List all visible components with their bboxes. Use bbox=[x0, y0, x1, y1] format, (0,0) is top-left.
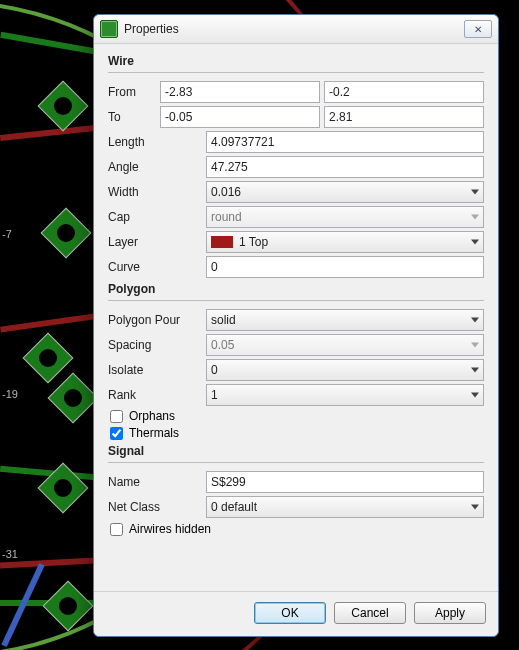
chevron-down-icon bbox=[471, 343, 479, 348]
properties-dialog: Properties ✕ Wire From To Length Angle W… bbox=[93, 14, 499, 637]
width-value: 0.016 bbox=[211, 182, 241, 202]
bg-annot-b: -19 bbox=[2, 388, 18, 400]
bg-annot-a: -7 bbox=[2, 228, 12, 240]
chevron-down-icon bbox=[471, 368, 479, 373]
chevron-down-icon bbox=[471, 240, 479, 245]
width-combo[interactable]: 0.016 bbox=[206, 181, 484, 203]
cap-value: round bbox=[211, 207, 242, 227]
pour-value: solid bbox=[211, 310, 236, 330]
rank-label: Rank bbox=[108, 388, 206, 402]
cap-combo[interactable]: round bbox=[206, 206, 484, 228]
width-label: Width bbox=[108, 185, 206, 199]
chevron-down-icon bbox=[471, 393, 479, 398]
name-label: Name bbox=[108, 475, 206, 489]
layer-value: 1 Top bbox=[239, 232, 268, 252]
cap-label: Cap bbox=[108, 210, 206, 224]
spacing-combo[interactable]: 0.05 bbox=[206, 334, 484, 356]
from-label: From bbox=[108, 85, 160, 99]
curve-label: Curve bbox=[108, 260, 206, 274]
isolate-combo[interactable]: 0 bbox=[206, 359, 484, 381]
airwires-hidden-checkbox[interactable] bbox=[110, 523, 123, 536]
pour-label: Polygon Pour bbox=[108, 313, 206, 327]
app-icon bbox=[100, 20, 118, 38]
button-bar: OK Cancel Apply bbox=[94, 591, 498, 636]
cancel-button[interactable]: Cancel bbox=[334, 602, 406, 624]
length-input[interactable] bbox=[206, 131, 484, 153]
dialog-content: Wire From To Length Angle Width 0.016 bbox=[94, 44, 498, 591]
angle-label: Angle bbox=[108, 160, 206, 174]
wire-heading: Wire bbox=[108, 54, 484, 68]
to-y-input[interactable] bbox=[324, 106, 484, 128]
isolate-label: Isolate bbox=[108, 363, 206, 377]
to-label: To bbox=[108, 110, 160, 124]
netclass-combo[interactable]: 0 default bbox=[206, 496, 484, 518]
rank-value: 1 bbox=[211, 385, 218, 405]
polygon-heading: Polygon bbox=[108, 282, 484, 296]
spacing-value: 0.05 bbox=[211, 335, 234, 355]
chevron-down-icon bbox=[471, 505, 479, 510]
thermals-label: Thermals bbox=[129, 426, 179, 440]
from-x-input[interactable] bbox=[160, 81, 320, 103]
close-icon: ✕ bbox=[474, 24, 482, 35]
to-x-input[interactable] bbox=[160, 106, 320, 128]
thermals-checkbox[interactable] bbox=[110, 427, 123, 440]
from-y-input[interactable] bbox=[324, 81, 484, 103]
layer-color-swatch bbox=[211, 236, 233, 248]
airwires-hidden-label: Airwires hidden bbox=[129, 522, 211, 536]
dialog-titlebar[interactable]: Properties ✕ bbox=[94, 15, 498, 44]
orphans-label: Orphans bbox=[129, 409, 175, 423]
chevron-down-icon bbox=[471, 190, 479, 195]
layer-combo[interactable]: 1 Top bbox=[206, 231, 484, 253]
angle-input[interactable] bbox=[206, 156, 484, 178]
pour-combo[interactable]: solid bbox=[206, 309, 484, 331]
bg-annot-c: -31 bbox=[2, 548, 18, 560]
netclass-label: Net Class bbox=[108, 500, 206, 514]
layer-label: Layer bbox=[108, 235, 206, 249]
chevron-down-icon bbox=[471, 215, 479, 220]
signal-heading: Signal bbox=[108, 444, 484, 458]
rank-combo[interactable]: 1 bbox=[206, 384, 484, 406]
length-label: Length bbox=[108, 135, 206, 149]
close-button[interactable]: ✕ bbox=[464, 20, 492, 38]
spacing-label: Spacing bbox=[108, 338, 206, 352]
ok-button[interactable]: OK bbox=[254, 602, 326, 624]
orphans-checkbox[interactable] bbox=[110, 410, 123, 423]
chevron-down-icon bbox=[471, 318, 479, 323]
curve-input[interactable] bbox=[206, 256, 484, 278]
signal-name-input[interactable] bbox=[206, 471, 484, 493]
apply-button[interactable]: Apply bbox=[414, 602, 486, 624]
isolate-value: 0 bbox=[211, 360, 218, 380]
dialog-title: Properties bbox=[124, 22, 179, 36]
netclass-value: 0 default bbox=[211, 497, 257, 517]
